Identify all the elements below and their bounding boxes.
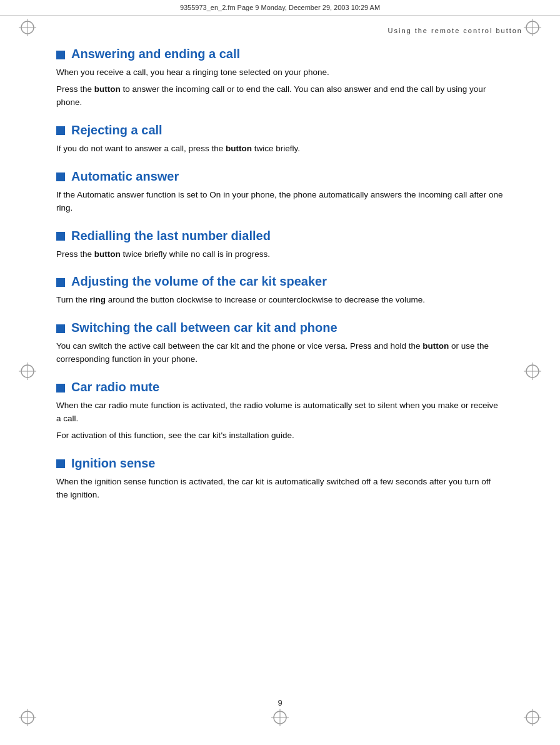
automatic-para-1: If the Automatic answer function is set … [56, 189, 504, 215]
section-switching: Switching the call between car kit and p… [56, 321, 504, 366]
rejecting-para-1: If you do not want to answer a call, pre… [56, 142, 504, 156]
page-header-text: Using the remote control button [388, 27, 522, 34]
section-answering: Answering and ending a call When you rec… [56, 47, 504, 109]
page-container: 9355973_en_2.fm Page 9 Monday, December … [0, 0, 560, 745]
crosshair-top-left [19, 19, 36, 36]
section-body-answering: When you receive a call, you hear a ring… [56, 66, 504, 109]
section-title-automatic: Automatic answer [71, 169, 179, 184]
redialling-para-1: Press the button twice briefly while no … [56, 248, 504, 261]
page-header: Using the remote control button [0, 16, 560, 41]
volume-para-1: Turn the ring around the button clockwis… [56, 294, 504, 307]
crosshair-bottom-left [19, 709, 36, 726]
redialling-bold-button: button [94, 249, 121, 259]
section-title-rejecting: Rejecting a call [71, 123, 162, 138]
section-volume: Adjusting the volume of the car kit spea… [56, 274, 504, 307]
crosshair-middle-right [524, 362, 541, 380]
crosshair-bottom-center [271, 709, 289, 726]
section-automatic: Automatic answer If the Automatic answer… [56, 169, 504, 215]
switching-para-1: You can switch the active call between t… [56, 340, 504, 366]
section-redialling: Redialling the last number dialled Press… [56, 229, 504, 261]
section-title-carmute: Car radio mute [71, 380, 159, 394]
crosshair-top-right [524, 19, 541, 36]
rejecting-bold-button: button [226, 144, 252, 153]
file-info: 9355973_en_2.fm Page 9 Monday, December … [180, 4, 380, 11]
section-body-redialling: Press the button twice briefly while no … [56, 248, 504, 261]
volume-bold-ring: ring [90, 295, 106, 304]
section-title-ignition: Ignition sense [71, 456, 155, 471]
blue-square-ignition [56, 459, 65, 468]
section-title-volume: Adjusting the volume of the car kit spea… [71, 274, 327, 289]
blue-square-volume [56, 278, 65, 287]
switching-bold-button: button [422, 341, 449, 351]
crosshair-bottom-right [524, 709, 541, 726]
blue-square-automatic [56, 172, 65, 181]
section-carmute: Car radio mute When the car radio mute f… [56, 380, 504, 442]
page-number: 9 [0, 698, 560, 708]
main-content: Answering and ending a call When you rec… [0, 41, 560, 541]
section-heading-answering: Answering and ending a call [56, 47, 504, 61]
section-title-switching: Switching the call between car kit and p… [71, 321, 338, 335]
section-heading-switching: Switching the call between car kit and p… [56, 321, 504, 335]
section-body-switching: You can switch the active call between t… [56, 340, 504, 366]
section-body-ignition: When the ignition sense function is acti… [56, 476, 504, 502]
section-heading-rejecting: Rejecting a call [56, 123, 504, 138]
blue-square-answering [56, 51, 65, 59]
crosshair-middle-left [19, 362, 36, 380]
section-body-volume: Turn the ring around the button clockwis… [56, 294, 504, 307]
section-heading-ignition: Ignition sense [56, 456, 504, 471]
carmute-para-1: When the car radio mute function is acti… [56, 399, 504, 426]
section-heading-automatic: Automatic answer [56, 169, 504, 184]
section-body-carmute: When the car radio mute function is acti… [56, 399, 504, 442]
section-title-redialling: Redialling the last number dialled [71, 229, 271, 243]
top-bar: 9355973_en_2.fm Page 9 Monday, December … [0, 0, 560, 16]
section-title-answering: Answering and ending a call [71, 47, 240, 61]
carmute-para-2: For activation of this function, see the… [56, 429, 504, 442]
blue-square-switching [56, 324, 65, 333]
section-body-rejecting: If you do not want to answer a call, pre… [56, 142, 504, 156]
section-heading-volume: Adjusting the volume of the car kit spea… [56, 274, 504, 289]
section-heading-carmute: Car radio mute [56, 380, 504, 394]
answering-para-1: When you receive a call, you hear a ring… [56, 66, 504, 79]
section-rejecting: Rejecting a call If you do not want to a… [56, 123, 504, 156]
ignition-para-1: When the ignition sense function is acti… [56, 476, 504, 502]
section-body-automatic: If the Automatic answer function is set … [56, 189, 504, 215]
blue-square-rejecting [56, 126, 65, 135]
page-number-text: 9 [278, 698, 282, 708]
section-ignition: Ignition sense When the ignition sense f… [56, 456, 504, 502]
answering-bold-button: button [94, 84, 121, 94]
blue-square-redialling [56, 232, 65, 241]
blue-square-carmute [56, 384, 65, 392]
section-heading-redialling: Redialling the last number dialled [56, 229, 504, 243]
answering-para-2: Press the button to answer the incoming … [56, 83, 504, 109]
